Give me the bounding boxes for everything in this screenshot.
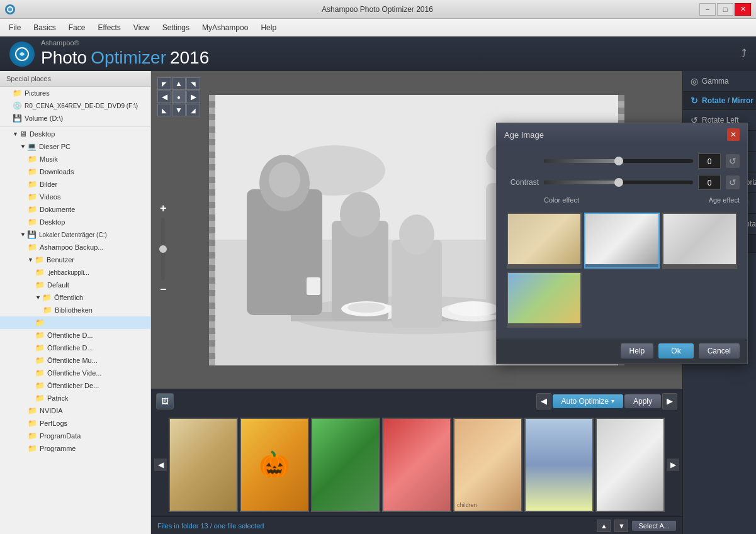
thumbnail-4[interactable] (507, 272, 582, 328)
thumbnails-grid (504, 210, 740, 330)
dialog-close-button[interactable]: ✕ (727, 128, 740, 141)
ok-button[interactable]: Ok (658, 343, 693, 359)
slider1-value[interactable]: 0 (698, 153, 721, 169)
slider-row-2: Contrast 0 ↺ (504, 175, 740, 190)
color-effect-label: Color effect (544, 196, 579, 204)
slider1-reset-btn[interactable]: ↺ (726, 154, 740, 168)
effect-labels: Color effect Age effect (504, 196, 740, 210)
contrast-label: Contrast (504, 178, 539, 187)
dialog-title: Age Image (504, 130, 544, 140)
slider2-value[interactable]: 0 (698, 175, 721, 190)
slider-row-1: 0 ↺ (504, 153, 740, 169)
thumbnail-3[interactable] (662, 213, 737, 269)
slider1-track[interactable] (544, 159, 693, 163)
dialog-body: 0 ↺ Contrast 0 ↺ Color effect Age effect (497, 146, 747, 338)
thumbnail-2[interactable] (584, 213, 659, 269)
slider1-thumb[interactable] (614, 157, 623, 165)
thumbnail-1[interactable] (507, 213, 582, 269)
age-effect-label: Age effect (709, 196, 740, 204)
slider2-reset-btn[interactable]: ↺ (726, 175, 740, 189)
dialog-title-bar: Age Image ✕ (497, 123, 747, 146)
dialog-overlay: Age Image ✕ 0 ↺ Contrast (0, 0, 756, 534)
slider2-fill (544, 181, 619, 184)
slider2-track[interactable] (544, 181, 693, 184)
cancel-button[interactable]: Cancel (699, 343, 740, 359)
slider2-thumb[interactable] (614, 178, 623, 187)
age-image-dialog: Age Image ✕ 0 ↺ Contrast (496, 123, 748, 364)
help-button[interactable]: Help (621, 343, 654, 359)
slider1-fill (544, 159, 619, 163)
dialog-footer: Help Ok Cancel (497, 338, 747, 364)
